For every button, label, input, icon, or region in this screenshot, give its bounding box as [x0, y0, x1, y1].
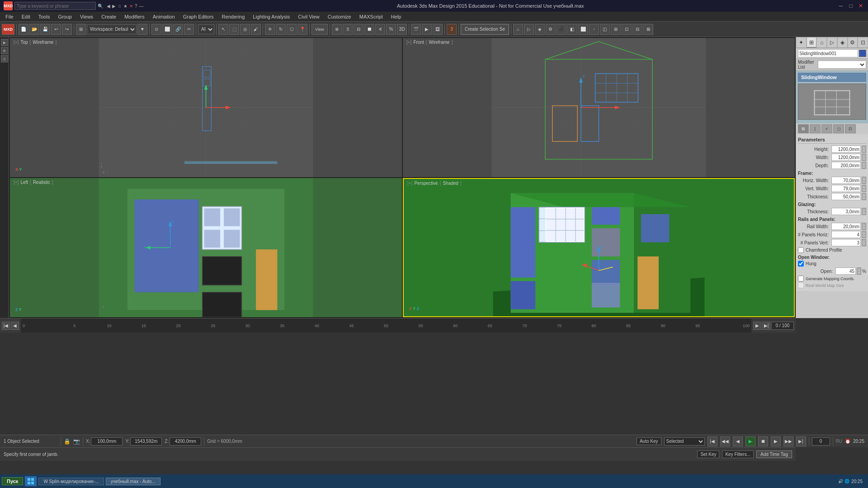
sub-tab-5[interactable]: ⊡ — [845, 124, 856, 133]
height-spin-up[interactable]: ▲ — [862, 146, 866, 149]
depth-input[interactable] — [831, 162, 861, 169]
vert-width-spinner[interactable]: ▲ ▼ — [862, 185, 866, 192]
anim-play[interactable]: ▶ — [745, 436, 755, 446]
tb-more1[interactable]: ⬛ — [557, 24, 566, 35]
tb-select-region[interactable]: ⬜ — [162, 24, 172, 35]
minimize-button[interactable]: ─ — [837, 2, 844, 9]
horiz-width-spinner[interactable]: ▲ ▼ — [862, 177, 866, 184]
open-spinner[interactable]: ▲ ▼ — [857, 267, 861, 275]
tb-open[interactable]: 📂 — [29, 24, 39, 35]
nav-fwd-icon[interactable]: ▶ — [112, 4, 116, 9]
tb-lasso[interactable]: ◎ — [240, 24, 250, 35]
timeline-prev-frame[interactable]: ◀ — [11, 322, 19, 330]
menu-group[interactable]: Group — [54, 13, 75, 20]
tb-select[interactable]: ↖ — [218, 24, 228, 35]
menu-graph-editors[interactable]: Graph Editors — [179, 13, 217, 20]
tb-motion[interactable]: ▷ — [524, 24, 534, 35]
menu-tools[interactable]: Tools — [35, 13, 54, 20]
panel-tab-motion[interactable]: ▷ — [827, 37, 837, 48]
height-spinner[interactable]: ▲ ▼ — [862, 145, 866, 153]
left-nav-btn-2[interactable]: ⊕ — [1, 47, 8, 54]
width-spin-up[interactable]: ▲ — [862, 154, 866, 157]
timeline-go-start[interactable]: |◀ — [2, 322, 10, 330]
glazing-thickness-spinner[interactable]: ▲ ▼ — [862, 208, 866, 215]
menu-lighting[interactable]: Lighting Analysis — [249, 13, 293, 20]
panel-tab-extra[interactable]: ⊡ — [858, 37, 868, 48]
width-spin-dn[interactable]: ▼ — [862, 157, 866, 160]
gen-mapping-checkbox[interactable] — [798, 276, 804, 282]
timeline-frame-input[interactable] — [771, 322, 794, 330]
sub-tab-params[interactable]: ⊞ — [798, 124, 809, 133]
panel-tab-util[interactable]: ⚙ — [848, 37, 858, 48]
glazing-thickness-input[interactable] — [831, 208, 861, 215]
timeline-track[interactable]: 0 5 10 15 20 25 30 35 40 45 50 55 60 65 … — [21, 319, 751, 333]
add-time-tag-button[interactable]: Add Time Tag — [756, 450, 792, 458]
tb-more3[interactable]: ⬜ — [578, 24, 588, 35]
timeline-next-frame[interactable]: ▶ — [753, 322, 761, 330]
tb-select-obj[interactable]: ⊙ — [151, 24, 161, 35]
tb-place[interactable]: 📍 — [297, 24, 307, 35]
object-name-input[interactable] — [798, 49, 858, 57]
tb-more4[interactable]: ◦ — [589, 24, 599, 35]
close-button[interactable]: ✕ — [857, 2, 864, 9]
anim-next-frame[interactable]: ▶ — [771, 436, 781, 446]
coord-x-input[interactable] — [91, 437, 123, 446]
menu-modifiers[interactable]: Modifiers — [121, 13, 148, 20]
nav-back-icon[interactable]: ◀ — [107, 4, 110, 9]
star-icon[interactable]: ☆ — [118, 4, 122, 9]
tb-more8[interactable]: ⊟ — [632, 24, 642, 35]
width-spinner[interactable]: ▲ ▼ — [862, 154, 866, 161]
viewport-top[interactable]: [+] Top [ Wireframe ] — [10, 38, 402, 177]
current-frame-input[interactable] — [812, 437, 830, 446]
object-color-swatch[interactable] — [859, 50, 866, 57]
depth-spin-dn[interactable]: ▼ — [862, 165, 866, 169]
tb-snap-toggle[interactable]: 🔲 — [364, 24, 374, 35]
tb-rotate[interactable]: ↻ — [276, 24, 286, 35]
anim-next-key[interactable]: ▶▶ — [783, 436, 793, 446]
panels-horiz-spinner[interactable]: ▲ ▼ — [862, 231, 866, 238]
anim-go-start[interactable]: |◀ — [708, 436, 717, 446]
tb-hierarchy[interactable]: ⌂ — [513, 24, 523, 35]
key-filters-button[interactable]: Key Filters... — [722, 450, 754, 458]
tb-select-region2[interactable]: ⬚ — [229, 24, 239, 35]
start-button[interactable]: Пуск — [2, 477, 23, 485]
rail-width-input[interactable] — [831, 223, 861, 230]
tb-more6[interactable]: ⊞ — [611, 24, 621, 35]
filter-dropdown[interactable]: All — [198, 24, 214, 34]
tb-save[interactable]: 💾 — [40, 24, 50, 35]
thickness-spinner[interactable]: ▲ ▼ — [862, 193, 866, 200]
tb-more5[interactable]: ◫ — [600, 24, 610, 35]
tb-snap3d[interactable]: 3D — [397, 24, 407, 35]
tb-paint[interactable]: 🖌 — [251, 24, 261, 35]
sub-tab-4[interactable]: ◻ — [833, 124, 844, 133]
tb-util[interactable]: ⚙ — [546, 24, 556, 35]
panels-vert-input[interactable] — [831, 239, 861, 246]
panels-horiz-input[interactable] — [831, 231, 861, 238]
viewport-left[interactable]: [+] Left [ Realistic ] — [10, 178, 402, 317]
tb-angle-snap[interactable]: ∢ — [375, 24, 385, 35]
menu-edit[interactable]: Edit — [18, 13, 34, 20]
coord-z-input[interactable] — [170, 437, 201, 446]
tb-more9[interactable]: ⊠ — [643, 24, 653, 35]
viewport-perspective[interactable]: [+] Perspective [ Shaded ] — [403, 178, 795, 317]
tb-new[interactable]: 📄 — [19, 24, 28, 35]
tb-undo[interactable]: ↩ — [51, 24, 61, 35]
tb-pivot[interactable]: ⊕ — [332, 24, 342, 35]
panel-tab-hierarchy[interactable]: ⌂ — [816, 37, 827, 48]
tb-num3[interactable]: 3 — [447, 24, 457, 35]
panel-tab-create[interactable]: ✦ — [796, 37, 807, 48]
keyword-search-input[interactable] — [14, 2, 96, 10]
depth-spin-up[interactable]: ▲ — [862, 162, 866, 165]
sub-tab-2[interactable]: | — [810, 124, 821, 133]
width-input[interactable] — [831, 154, 861, 161]
tb-mirror[interactable]: ⧖ — [343, 24, 353, 35]
depth-spinner[interactable]: ▲ ▼ — [862, 162, 866, 169]
tb-scale[interactable]: ⬡ — [287, 24, 297, 35]
tb-move[interactable]: ✛ — [265, 24, 275, 35]
workspace-dropdown[interactable]: Workspace: Default — [87, 24, 137, 34]
tb-link[interactable]: 🔗 — [173, 24, 183, 35]
windows-icon[interactable] — [25, 476, 37, 486]
sub-tab-3[interactable]: ✓ — [821, 124, 832, 133]
anim-prev-frame[interactable]: ◀ — [733, 436, 743, 446]
left-nav-btn-3[interactable]: ◎ — [1, 55, 8, 62]
